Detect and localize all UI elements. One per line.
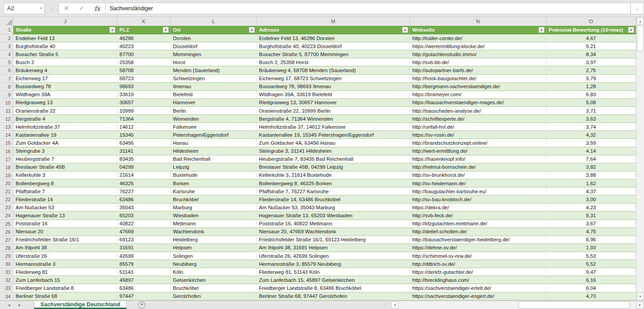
cell-strasse[interactable]: Zum Lanferbach 15: [13, 276, 117, 284]
cell-strasse[interactable]: Oranienstraße 22: [13, 107, 117, 115]
cell-ort[interactable]: Buxtehude: [171, 171, 257, 179]
cell-ort[interactable]: Gerolzhofen: [171, 293, 257, 301]
cell-plz[interactable]: 51143: [117, 268, 171, 276]
cell-bewertung[interactable]: 3,67: [546, 220, 636, 228]
row-number[interactable]: 6: [0, 66, 13, 74]
cell-strasse[interactable]: Hermannstraße 3: [13, 260, 117, 268]
name-box-caret-icon[interactable]: ▾: [40, 6, 42, 10]
cell-webseite[interactable]: http://helmut-bornschein.de/: [410, 163, 546, 171]
cell-adresse[interactable]: Fliederstraße 14, 63486 Bruchköbel: [257, 195, 410, 203]
filter-dropdown-icon[interactable]: ▼: [249, 27, 255, 33]
cell-adresse[interactable]: Zum Lanferbach 15, 45897 Gelsenkirchen: [257, 276, 410, 284]
scroll-right-icon[interactable]: ►: [636, 301, 644, 309]
filter-dropdown-icon[interactable]: ▼: [163, 27, 169, 33]
row-number[interactable]: 22: [0, 195, 13, 203]
row-number[interactable]: 28: [0, 244, 13, 252]
cell-ort[interactable]: Karlsruhe: [171, 187, 257, 195]
cell-webseite[interactable]: http://svb-feck.de/: [410, 211, 546, 220]
vertical-scrollbar-thumb[interactable]: [637, 25, 644, 51]
horizontal-scrollbar[interactable]: ◄ ►: [391, 301, 644, 309]
cell-adresse[interactable]: Berliner Straße 68, 97447 Gerolzhofen: [257, 293, 410, 301]
cell-adresse[interactable]: Helmholtzstraße 37, 14612 Falkensee: [257, 123, 410, 131]
column-letter[interactable]: N: [410, 17, 546, 26]
cell-plz[interactable]: 65203: [117, 211, 171, 220]
cell-adresse[interactable]: Poststraße 16, 40822 Mettmann: [257, 220, 410, 228]
row-number[interactable]: 16: [0, 147, 13, 155]
cell-webseite[interactable]: http://gutachtenstudio.immo/: [410, 50, 546, 58]
cell-bewertung[interactable]: 5,52: [546, 260, 636, 268]
table-header-cell[interactable]: Straße ▼: [13, 26, 117, 34]
cell-webseite[interactable]: http://schriftexperte.de/: [410, 115, 546, 123]
row-number[interactable]: 3: [0, 42, 13, 50]
cell-ort[interactable]: Bielefeld: [171, 91, 257, 99]
table-header-cell[interactable]: Ort ▼: [171, 26, 257, 34]
cell-webseite[interactable]: http://brecklinghaus.com/: [410, 276, 546, 284]
cell-strasse[interactable]: Heubergstraße 7: [13, 155, 117, 163]
row-number[interactable]: 7: [0, 75, 13, 83]
cell-adresse[interactable]: Bussardweg 78, 98693 Ilmenau: [257, 83, 410, 91]
cell-webseite[interactable]: http://sv-bau-knobloch.de/: [410, 195, 546, 203]
filter-dropdown-icon[interactable]: ▼: [402, 27, 408, 33]
cell-adresse[interactable]: Endelner Feld 13, 46286 Dorsten: [257, 34, 410, 42]
cell-plz[interactable]: 97447: [117, 293, 171, 301]
cell-strasse[interactable]: Bollenbergweg 8: [13, 179, 117, 187]
row-number[interactable]: 5: [0, 58, 13, 66]
cell-strasse[interactable]: Kastanienallee 19: [13, 131, 117, 139]
cell-strasse[interactable]: Kellerkuhle 3: [13, 171, 117, 179]
cell-plz[interactable]: 46286: [117, 34, 171, 42]
cell-webseite[interactable]: http://bergmann-sachverstaendiger.de/: [410, 83, 546, 91]
cell-adresse[interactable]: Friedberger Landstraße 8, 63486 Bruchköb…: [257, 284, 410, 292]
cell-webseite[interactable]: http://trailer-center.de/: [410, 34, 546, 42]
cell-adresse[interactable]: Wildhagen 39A, 33619 Bielefeld: [257, 91, 410, 99]
expand-formula-bar-icon[interactable]: ⌄: [631, 3, 644, 14]
column-letter[interactable]: J: [13, 17, 117, 26]
cell-plz[interactable]: 63486: [117, 195, 171, 203]
cell-adresse[interactable]: Zum Goldacker 4A, 63456 Hanau: [257, 139, 410, 147]
scroll-down-icon[interactable]: ▼: [637, 293, 644, 300]
column-letter[interactable]: K: [117, 17, 171, 26]
name-box[interactable]: A2 ▾: [4, 3, 45, 14]
cell-plz[interactable]: 14612: [117, 123, 171, 131]
cell-ort[interactable]: Solingen: [171, 252, 257, 260]
cell-ort[interactable]: Bruchköbel: [171, 195, 257, 203]
cell-adresse[interactable]: Uferstraße 26, 42699 Solingen: [257, 252, 410, 260]
cell-webseite[interactable]: https://sv-rosin.de/: [410, 131, 546, 139]
cell-strasse[interactable]: Pfaffstraße 7: [13, 187, 117, 195]
cell-plz[interactable]: 85579: [117, 260, 171, 268]
cell-adresse[interactable]: Friedrichsfelder Straße 16/1, 69123 Heid…: [257, 236, 410, 244]
cell-bewertung[interactable]: 1,93: [546, 244, 636, 252]
cell-plz[interactable]: 83435: [117, 155, 171, 163]
cell-bewertung[interactable]: 5,53: [546, 252, 636, 260]
cell-bewertung[interactable]: 3,71: [546, 107, 636, 115]
cell-bewertung[interactable]: 3,00: [546, 195, 636, 203]
cell-ort[interactable]: Ilmenau: [171, 83, 257, 91]
cell-adresse[interactable]: Heubergstraße 7, 83435 Bad Reichenhall: [257, 155, 410, 163]
cell-strasse[interactable]: Am Ihlpohl 38: [13, 244, 117, 252]
cell-plz[interactable]: 45897: [117, 276, 171, 284]
cell-plz[interactable]: 76227: [117, 187, 171, 195]
cell-plz[interactable]: 42699: [117, 252, 171, 260]
cell-adresse[interactable]: Am Nußacker 53, 35043 Marburg: [257, 203, 410, 211]
cell-ort[interactable]: Mettmann: [171, 220, 257, 228]
row-number[interactable]: 25: [0, 220, 13, 228]
cell-plz[interactable]: 31141: [117, 147, 171, 155]
cell-bewertung[interactable]: 3,63: [546, 115, 636, 123]
row-number[interactable]: 33: [0, 284, 13, 292]
cell-plz[interactable]: 15345: [117, 131, 171, 139]
cell-strasse[interactable]: Uferstraße 26: [13, 252, 117, 260]
cell-plz[interactable]: 33619: [117, 91, 171, 99]
filter-dropdown-icon[interactable]: ▼: [538, 27, 545, 33]
cell-bewertung[interactable]: 6,96: [546, 236, 636, 244]
cell-plz[interactable]: 69123: [117, 236, 171, 244]
row-number[interactable]: 20: [0, 179, 13, 187]
cell-ort[interactable]: Bruchköbel: [171, 284, 257, 292]
row-number[interactable]: 13: [0, 123, 13, 131]
cell-webseite[interactable]: http://bausachverstaendiger-heidelberg.d…: [410, 236, 546, 244]
cell-adresse[interactable]: Pfaffstraße 7, 76227 Karlsruhe: [257, 187, 410, 195]
cell-adresse[interactable]: Burghofstraße 40, 40223 Düsseldorf: [257, 42, 410, 50]
cell-webseite[interactable]: https://sachverstaendiger-engert.de/: [410, 293, 546, 301]
row-number[interactable]: 15: [0, 139, 13, 147]
row-number[interactable]: 14: [0, 131, 13, 139]
cell-plz[interactable]: 71364: [117, 115, 171, 123]
table-header-cell[interactable]: Adresse ▼: [257, 26, 410, 34]
